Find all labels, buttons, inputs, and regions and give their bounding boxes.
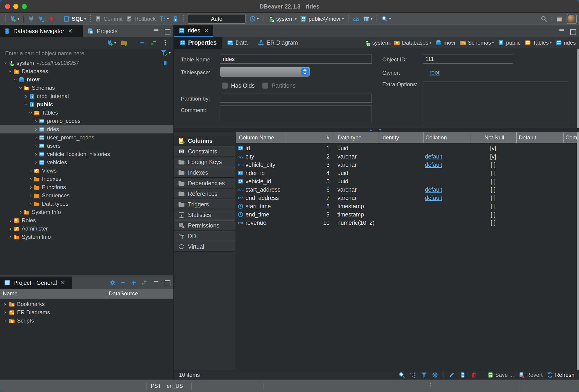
project-item-bookmarks[interactable]: ›Bookmarks	[0, 300, 173, 308]
tree-item-schemas[interactable]: ›Schemas	[0, 84, 173, 92]
column-row-id[interactable]: id1uuid[v]	[236, 144, 577, 152]
object-tab-statistics[interactable]: iStatistics	[174, 210, 235, 220]
collation-link[interactable]: default	[425, 195, 442, 201]
form-scrollbar[interactable]	[577, 49, 579, 128]
chevron-collapsed-icon[interactable]: ›	[33, 126, 39, 132]
breadcrumb-tables[interactable]: Tables▾	[525, 40, 552, 46]
filter-settings-button[interactable]: ▾	[160, 49, 171, 56]
owner-link[interactable]: root	[430, 69, 439, 76]
tree-item-promo-codes[interactable]: ›promo_codes	[0, 117, 173, 125]
has-oids-checkbox[interactable]	[222, 83, 228, 89]
breadcrumb-schemas[interactable]: Schemas▾	[460, 40, 494, 46]
nav-link-with-editor-button[interactable]	[148, 38, 159, 47]
maximize-view-button[interactable]	[570, 29, 576, 34]
tree-item-views[interactable]: ›Views	[0, 167, 173, 175]
chevron-collapsed-icon[interactable]: ›	[33, 135, 39, 140]
maximize-view-button[interactable]	[164, 280, 170, 285]
chevron-collapsed-icon[interactable]: ›	[18, 209, 23, 215]
object-tab-triggers[interactable]: Triggers	[174, 199, 235, 209]
active-datasource-button[interactable]: system▾	[266, 14, 298, 23]
minimize-view-button[interactable]	[153, 29, 159, 34]
object-filter-input[interactable]	[4, 49, 143, 57]
subtab-properties[interactable]: Properties	[174, 37, 222, 49]
tree-item-vehicles[interactable]: ›vehicles	[0, 158, 173, 167]
revert-button[interactable]: Revert	[517, 371, 544, 379]
chevron-collapsed-icon[interactable]: ›	[2, 301, 8, 307]
nav-collapse-all-button[interactable]	[137, 38, 147, 47]
tablespace-select[interactable]	[220, 67, 310, 77]
chevron-expanded-icon[interactable]: ›	[3, 60, 8, 66]
collapse-up-icon[interactable]: ▲	[369, 128, 373, 132]
close-icon[interactable]: ✕	[61, 280, 65, 286]
proj-expand-all-button[interactable]	[130, 279, 138, 286]
column-row-city[interactable]: ABCcity2varchardefault[v]	[236, 152, 577, 161]
column-header-default[interactable]: Default	[516, 132, 563, 143]
chevron-expanded-icon[interactable]: ›	[28, 110, 34, 115]
tree-item-user-promo-codes[interactable]: ›user_promo_codes	[0, 133, 173, 142]
bookmark-icon[interactable]	[162, 60, 168, 66]
breadcrumb-rides[interactable]: rides	[556, 40, 576, 46]
column-header-identity[interactable]: Identity	[379, 132, 423, 143]
tree-item-crdb-internal[interactable]: ›crdb_internal	[0, 92, 173, 100]
table-name-input[interactable]	[220, 55, 372, 64]
grid-delete-button[interactable]	[469, 371, 478, 379]
connection-lock-button[interactable]	[170, 14, 181, 23]
tree-item-administer[interactable]: ›Administer	[0, 224, 173, 233]
object-tab-permissions[interactable]: Permissions	[174, 220, 235, 230]
column-row-vehicle-id[interactable]: vehicle_id5uuid[ ]	[236, 177, 577, 185]
tree-item-functions[interactable]: ›Functions	[0, 183, 173, 191]
column-header-column-name[interactable]: Column Name	[236, 132, 286, 143]
column-header-not-null[interactable]: Not Null	[470, 132, 516, 143]
chevron-collapsed-icon[interactable]: ›	[28, 193, 34, 198]
collapse-down-icon[interactable]: ▼	[378, 128, 382, 132]
grid-filter-button[interactable]	[420, 371, 428, 379]
nav-view-menu-button[interactable]	[160, 38, 170, 47]
grid-compare-button[interactable]	[409, 371, 417, 379]
active-schema-button[interactable]: public@movr▾	[298, 14, 346, 23]
column-row-start-time[interactable]: start_time8timestamp[ ]	[236, 202, 577, 210]
tree-item-sequences[interactable]: ›Sequences	[0, 191, 173, 200]
sql-editor-button[interactable]: SQL▾	[62, 14, 88, 23]
extra-options-textarea[interactable]	[423, 81, 569, 125]
partitions-checkbox[interactable]	[262, 83, 268, 89]
invalidate-reconnect-button[interactable]	[36, 14, 46, 23]
horizontal-sash[interactable]: ▲ ▼	[174, 128, 579, 132]
chevron-collapsed-icon[interactable]: ›	[28, 168, 34, 173]
user-avatar[interactable]	[567, 14, 577, 24]
collation-link[interactable]: default	[425, 153, 442, 160]
chevron-expanded-icon[interactable]: ›	[8, 68, 13, 74]
project-item-scripts[interactable]: ›Scripts	[0, 317, 173, 325]
quick-access-search-button[interactable]	[539, 14, 549, 23]
tab-projects[interactable]: Projects	[83, 25, 121, 37]
collation-link[interactable]: default	[425, 186, 442, 193]
tree-item-roles[interactable]: ›Roles	[0, 216, 173, 224]
perspective-button[interactable]	[555, 14, 565, 23]
storage-button[interactable]: ▾	[361, 14, 374, 23]
chevron-collapsed-icon[interactable]: ›	[23, 93, 29, 99]
column-divider[interactable]	[106, 290, 106, 298]
column-row-vehicle-city[interactable]: ABCvehicle_city3varchardefault[ ]	[236, 161, 577, 169]
tree-item-system-info[interactable]: ›System Info	[0, 233, 173, 241]
maximize-view-button[interactable]	[164, 29, 170, 34]
tree-item-vehicle-location-histories[interactable]: ›vehicle_location_histories	[0, 150, 173, 158]
column-row-end-time[interactable]: end_time9timestamp[ ]	[236, 210, 577, 219]
dashboard-button[interactable]	[351, 14, 361, 23]
close-icon[interactable]: ✕	[68, 28, 72, 34]
breadcrumb-public[interactable]: public	[498, 40, 520, 46]
collation-link[interactable]: default	[425, 162, 442, 168]
object-tab-virtual[interactable]: Virtual	[174, 242, 235, 252]
chevron-collapsed-icon[interactable]: ›	[8, 234, 13, 240]
minimize-view-button[interactable]	[559, 29, 565, 34]
object-tab-foreign-keys[interactable]: Foreign Keys	[174, 157, 235, 167]
tab-project-general[interactable]: Project - General ✕	[0, 277, 72, 289]
tab-rides-editor[interactable]: rides ✕	[174, 25, 213, 37]
rollback-button[interactable]: Rollback	[124, 14, 157, 23]
disconnect-button[interactable]	[46, 14, 56, 23]
save-button[interactable]: Save ...	[486, 371, 515, 379]
partition-by-input[interactable]	[220, 94, 372, 103]
tree-item-indexes[interactable]: ›Indexes	[0, 175, 173, 183]
tree-item-users[interactable]: ›users	[0, 142, 173, 150]
object-tab-ddl[interactable]: <>TDDL	[174, 231, 235, 241]
vertical-scrollbar[interactable]	[577, 132, 579, 370]
status-grip-icon[interactable]: ⋮	[428, 382, 434, 388]
